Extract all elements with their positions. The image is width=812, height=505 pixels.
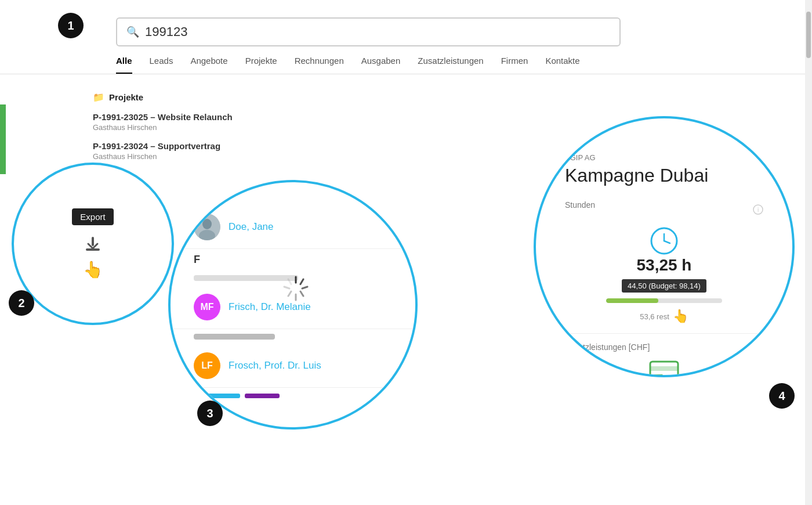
project-item-2[interactable]: P-1991-23024 – Supportvertrag Gasthaus H…: [93, 141, 233, 161]
projekte-section: 📁 Projekte P-1991-23025 – Website Relaun…: [93, 92, 233, 170]
loading-spinner: [281, 274, 310, 303]
section-letter-f: F: [171, 249, 415, 270]
svg-line-8: [300, 291, 303, 296]
step-badge-1: 1: [58, 13, 84, 38]
results-area: 📁 Projekte P-1991-23025 – Website Relaun…: [0, 74, 812, 187]
contact-frisch[interactable]: MF Frisch, Dr. Melanie: [171, 286, 415, 329]
tab-alle[interactable]: Alle: [116, 56, 132, 74]
hours-display: 53,25 h 44,50 (Budget: 98,14) 53,6 rest …: [565, 226, 763, 324]
svg-line-11: [284, 287, 289, 288]
svg-point-15: [651, 228, 677, 254]
credit-card-icon: [649, 359, 679, 377]
folder-icon: 📁: [93, 92, 104, 103]
nav-tabs: Alle Leads Angebote Projekte Rechnungen …: [0, 46, 812, 74]
svg-rect-0: [86, 248, 100, 251]
tab-kontakte[interactable]: Kontakte: [545, 56, 579, 74]
tab-rechnungen[interactable]: Rechnungen: [295, 56, 344, 74]
clock-icon: [649, 226, 679, 256]
contact-name-doe: Doe, Jane: [229, 221, 274, 233]
hours-rest: 53,6 rest: [640, 312, 669, 321]
contact-doe-jane[interactable]: Doe, Jane: [171, 205, 415, 249]
contact-name-frosch: Frosch, Prof. Dr. Luis: [229, 360, 321, 371]
export-icon: [81, 232, 104, 260]
tab-zusatzleistungen[interactable]: Zusatzleistungen: [418, 56, 483, 74]
svg-line-7: [302, 287, 307, 288]
cursor-hand-hours: 👆: [673, 309, 688, 324]
tab-firmen[interactable]: Firmen: [501, 56, 528, 74]
step-badge-4: 4: [769, 383, 795, 409]
step-badge-3: 3: [197, 401, 223, 426]
svg-line-6: [300, 279, 303, 284]
svg-line-17: [664, 241, 670, 243]
budget-tooltip: 44,50 (Budget: 98,14): [622, 279, 706, 293]
svg-rect-20: [654, 374, 663, 377]
svg-text:i: i: [757, 207, 759, 213]
search-icon: 🔍: [126, 26, 139, 38]
search-input[interactable]: 199123: [145, 24, 610, 39]
projekte-label: 📁 Projekte: [93, 92, 233, 103]
avatar-frisch: MF: [194, 294, 220, 320]
contact-frosch[interactable]: LF Frosch, Prof. Dr. Luis: [171, 344, 415, 388]
export-tooltip: Export: [72, 208, 113, 225]
contact-name-frisch: Frisch, Dr. Melanie: [229, 301, 311, 313]
project-item-1[interactable]: P-1991-23025 – Website Relaunch Gasthaus…: [93, 112, 233, 132]
search-area: 1 🔍 199123: [0, 0, 812, 46]
scrollbar[interactable]: [805, 0, 812, 505]
zusatz-title: Zusatzleistungen [CHF]: [565, 342, 650, 352]
hours-value: 53,25 h: [637, 256, 692, 275]
progress-bar: [606, 298, 722, 303]
avatar-frosch: LF: [194, 352, 220, 379]
svg-line-10: [288, 291, 291, 296]
stunden-label: Stunden: [565, 200, 595, 210]
tab-leads[interactable]: Leads: [150, 56, 173, 74]
svg-point-13: [753, 205, 763, 214]
circle-contacts: Doe, Jane F MF Frisch, Dr. Melanie: [168, 180, 418, 430]
info-icon: i: [753, 204, 763, 215]
step-badge-2: 2: [9, 290, 34, 316]
progress-fill: [606, 298, 658, 303]
search-box[interactable]: 🔍 199123: [116, 17, 621, 46]
svg-point-2: [194, 214, 220, 240]
svg-point-4: [199, 230, 215, 240]
svg-rect-18: [650, 362, 678, 377]
tab-ausgaben[interactable]: Ausgaben: [361, 56, 401, 74]
main-content: 1 🔍 199123 Alle Leads Angebote Projekte …: [0, 0, 812, 505]
tab-projekte[interactable]: Projekte: [245, 56, 277, 74]
svg-line-12: [288, 279, 291, 284]
cursor-hand-export: 👆: [83, 260, 103, 279]
avatar-doe: [194, 214, 220, 240]
svg-rect-19: [650, 366, 678, 371]
svg-rect-1: [92, 237, 94, 246]
sidebar-green-bar: [0, 104, 6, 174]
tab-angebote[interactable]: Angebote: [190, 56, 227, 74]
svg-point-3: [202, 219, 212, 229]
